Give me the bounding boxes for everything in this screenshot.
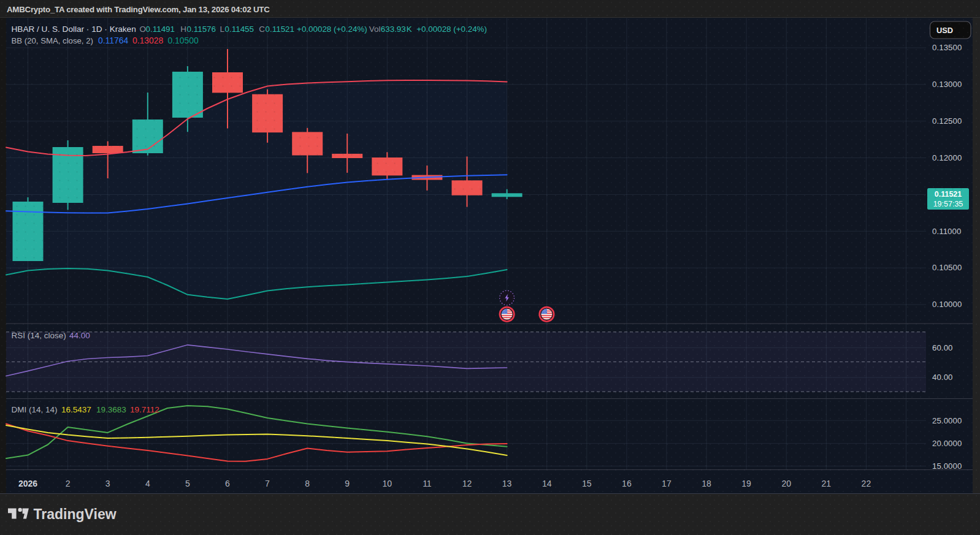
svg-text:2026: 2026	[18, 479, 37, 488]
svg-text:0.10500: 0.10500	[932, 263, 962, 272]
svg-text:0.12500: 0.12500	[932, 116, 962, 126]
svg-text:25.0000: 25.0000	[932, 416, 962, 425]
svg-text:44.00: 44.00	[69, 331, 90, 340]
svg-text:0.13500: 0.13500	[932, 43, 962, 52]
svg-text:633.93 K: 633.93 K	[381, 25, 412, 34]
svg-text:9: 9	[345, 479, 350, 488]
svg-text:12: 12	[462, 479, 472, 488]
svg-text:+0.00028 (+0.24%): +0.00028 (+0.24%)	[416, 25, 487, 34]
svg-text:15: 15	[582, 479, 592, 488]
svg-text:60.00: 60.00	[932, 343, 953, 352]
svg-text:0.13028: 0.13028	[132, 36, 163, 45]
svg-text:0.12000: 0.12000	[932, 153, 962, 162]
svg-text:+0.00028 (+0.24%): +0.00028 (+0.24%)	[297, 25, 367, 34]
svg-text:H: H	[180, 25, 186, 34]
svg-text:10: 10	[383, 479, 392, 488]
svg-text:L: L	[220, 25, 224, 34]
svg-text:20: 20	[781, 479, 791, 488]
svg-text:2: 2	[66, 479, 71, 488]
svg-text:0.11521: 0.11521	[266, 25, 294, 34]
svg-text:Vol: Vol	[369, 25, 381, 34]
svg-text:0.11576: 0.11576	[187, 25, 216, 34]
svg-text:11: 11	[423, 479, 432, 488]
svg-text:16.5437: 16.5437	[61, 405, 91, 414]
svg-text:0.10500: 0.10500	[168, 36, 199, 45]
svg-text:17: 17	[662, 479, 672, 488]
svg-text:0.10000: 0.10000	[932, 300, 962, 309]
svg-text:19.7112: 19.7112	[130, 405, 159, 414]
svg-text:O: O	[140, 25, 146, 34]
svg-text:40.00: 40.00	[932, 373, 953, 382]
svg-text:15.0000: 15.0000	[932, 461, 962, 471]
svg-text:HBAR / U. S. Dollar · 1D · Kra: HBAR / U. S. Dollar · 1D · Kraken	[12, 25, 136, 34]
svg-text:0.11764: 0.11764	[98, 36, 128, 45]
svg-text:RSI (14, close): RSI (14, close)	[12, 331, 66, 340]
svg-text:19.3683: 19.3683	[96, 405, 126, 414]
svg-text:20.0000: 20.0000	[932, 439, 962, 448]
svg-text:19: 19	[741, 479, 751, 488]
svg-text:16: 16	[622, 479, 632, 488]
svg-text:0.11455: 0.11455	[225, 25, 254, 34]
svg-text:4: 4	[145, 479, 150, 488]
svg-text:3: 3	[105, 479, 110, 488]
svg-text:USD: USD	[936, 26, 953, 35]
svg-text:TradingView: TradingView	[34, 506, 117, 522]
svg-text:22: 22	[862, 479, 871, 488]
svg-text:6: 6	[225, 479, 230, 488]
svg-text:18: 18	[702, 479, 711, 488]
svg-text:14: 14	[542, 479, 552, 488]
svg-text:DMI (14, 14): DMI (14, 14)	[12, 405, 58, 414]
svg-text:5: 5	[185, 479, 190, 488]
svg-text:C: C	[259, 25, 265, 34]
svg-text:21: 21	[822, 479, 832, 488]
svg-text:BB (20, SMA, close, 2): BB (20, SMA, close, 2)	[12, 36, 93, 45]
svg-text:13: 13	[502, 479, 512, 488]
svg-text:8: 8	[305, 479, 310, 488]
svg-text:0.11521: 0.11521	[935, 190, 962, 199]
svg-text:0.11000: 0.11000	[932, 227, 961, 236]
svg-text:19:57:35: 19:57:35	[933, 200, 963, 208]
svg-text:7: 7	[265, 479, 270, 488]
svg-text:0.11491: 0.11491	[146, 25, 175, 34]
svg-text:0.13000: 0.13000	[932, 80, 962, 89]
